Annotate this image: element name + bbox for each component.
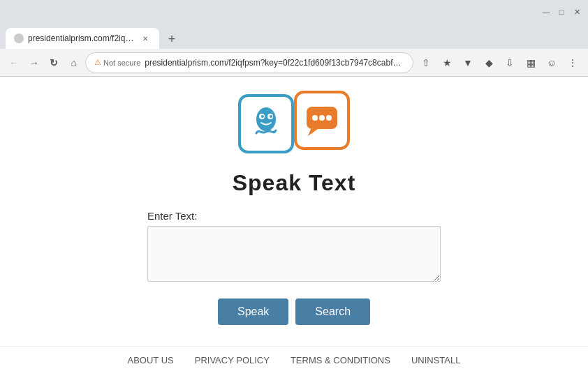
minimize-button[interactable]: — bbox=[542, 8, 550, 16]
new-tab-button[interactable]: + bbox=[162, 29, 182, 49]
footer: ABOUT US PRIVACY POLICY TERMS & CONDITIO… bbox=[0, 346, 588, 371]
logo-text: Speak Text bbox=[233, 170, 356, 196]
close-button[interactable]: ✕ bbox=[573, 8, 581, 16]
privacy-policy-link[interactable]: PRIVACY POLICY bbox=[195, 355, 270, 365]
logo-text-word: Text bbox=[309, 170, 355, 195]
title-bar: — □ ✕ bbox=[0, 0, 588, 24]
security-label: Not secure bbox=[103, 59, 140, 67]
logo-orange-icon bbox=[294, 91, 350, 150]
logo-blue-icon bbox=[238, 94, 294, 153]
refresh-button[interactable]: ↻ bbox=[45, 53, 63, 73]
browser-chrome: — □ ✕ presidentialprism.com/f2iqfpsm ✕ +… bbox=[0, 0, 588, 77]
download-icon[interactable]: ⇩ bbox=[500, 53, 520, 73]
tab-title: presidentialprism.com/f2iqfpsm bbox=[28, 33, 135, 43]
address-bar[interactable]: ⚠ Not secure presidentialprism.com/f2iqf… bbox=[85, 52, 413, 73]
forward-button[interactable]: → bbox=[26, 53, 43, 73]
active-tab[interactable]: presidentialprism.com/f2iqfpsm ✕ bbox=[6, 28, 159, 49]
svg-point-4 bbox=[270, 115, 272, 118]
svg-point-7 bbox=[312, 115, 318, 121]
puzzle-icon[interactable]: ◆ bbox=[479, 53, 499, 73]
menu-icon[interactable]: ⋮ bbox=[563, 53, 582, 73]
svg-point-3 bbox=[261, 115, 264, 118]
about-us-link[interactable]: ABOUT US bbox=[128, 355, 174, 365]
orange-bubble-svg bbox=[304, 104, 340, 137]
text-input[interactable] bbox=[147, 226, 441, 282]
tab-close-button[interactable]: ✕ bbox=[140, 33, 151, 44]
form-section: Enter Text: bbox=[147, 210, 441, 285]
search-button[interactable]: Search bbox=[295, 298, 370, 325]
security-warning: ⚠ Not secure bbox=[94, 58, 140, 67]
svg-point-8 bbox=[319, 115, 325, 121]
tab-favicon bbox=[14, 33, 24, 43]
profile-icon[interactable]: ☺ bbox=[542, 53, 561, 73]
page-content: Speak Text Enter Text: Speak Search ABOU… bbox=[0, 77, 588, 378]
svg-point-0 bbox=[256, 107, 276, 131]
uninstall-link[interactable]: UNINSTALL bbox=[411, 355, 461, 365]
home-button[interactable]: ⌂ bbox=[66, 53, 83, 73]
bookmark-icon[interactable]: ★ bbox=[437, 53, 457, 73]
logo-speak: Speak bbox=[233, 170, 309, 195]
blue-face-svg bbox=[249, 104, 283, 144]
tab-bar: presidentialprism.com/f2iqfpsm ✕ + bbox=[0, 24, 588, 49]
url-display: presidentialprism.com/f2iqfpsm?key=0f22c… bbox=[145, 58, 404, 68]
logo-icons bbox=[238, 91, 350, 160]
toolbar: ← → ↻ ⌂ ⚠ Not secure presidentialprism.c… bbox=[0, 49, 588, 77]
window-controls: — □ ✕ bbox=[542, 8, 581, 16]
speak-button[interactable]: Speak bbox=[218, 298, 288, 325]
share-icon[interactable]: ⇧ bbox=[416, 53, 436, 73]
warning-icon: ⚠ bbox=[94, 58, 101, 67]
svg-marker-6 bbox=[308, 129, 318, 136]
logo-container: Speak Text bbox=[233, 91, 356, 196]
toolbar-actions: ⇧ ★ ▼ ◆ ⇩ ▦ ☺ ⋮ bbox=[416, 53, 582, 73]
extensions-icon[interactable]: ▼ bbox=[458, 53, 478, 73]
layout-icon[interactable]: ▦ bbox=[521, 53, 541, 73]
form-label: Enter Text: bbox=[147, 210, 441, 222]
button-row: Speak Search bbox=[218, 298, 370, 325]
back-button[interactable]: ← bbox=[6, 53, 23, 73]
terms-link[interactable]: TERMS & CONDITIONS bbox=[291, 355, 390, 365]
svg-point-9 bbox=[326, 115, 332, 121]
maximize-button[interactable]: □ bbox=[557, 8, 566, 16]
